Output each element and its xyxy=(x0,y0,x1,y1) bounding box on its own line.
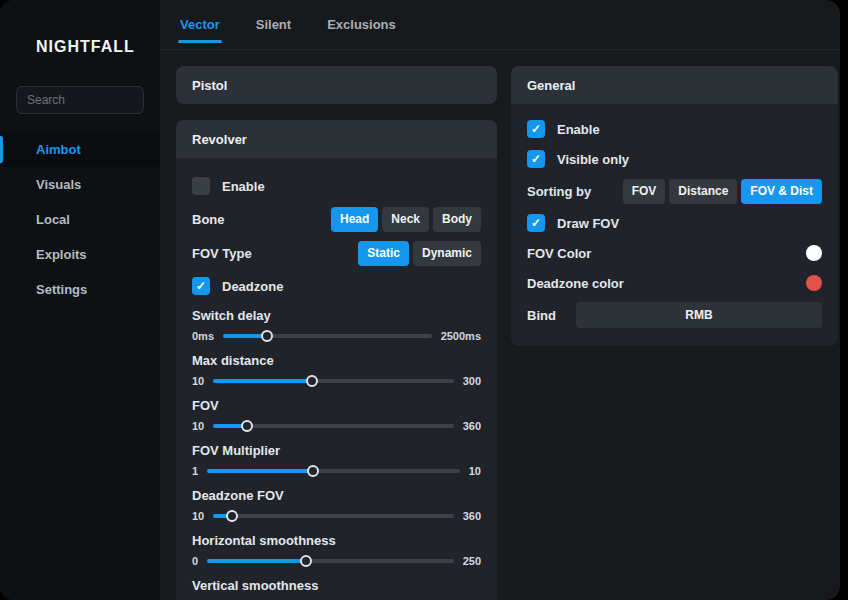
sidebar-item-visuals[interactable]: Visuals xyxy=(0,167,160,202)
slider-max-value: 360 xyxy=(463,420,481,432)
content: Pistol Revolver Enable Bone xyxy=(160,50,840,600)
slider-track[interactable] xyxy=(213,514,453,518)
pistol-panel: Pistol xyxy=(176,66,497,104)
bone-options: Head Neck Body xyxy=(331,207,481,232)
slider-fill xyxy=(207,559,306,563)
bone-option-head[interactable]: Head xyxy=(331,207,378,232)
sidebar-item-settings[interactable]: Settings xyxy=(0,272,160,307)
bone-option-neck[interactable]: Neck xyxy=(382,207,429,232)
slider-fill xyxy=(213,379,312,383)
tab-exclusions[interactable]: Exclusions xyxy=(325,13,398,36)
tab-vector[interactable]: Vector xyxy=(178,13,222,36)
revolver-body: Enable Bone Head Neck Body FOV Type xyxy=(176,158,497,600)
slider-min-value: 10 xyxy=(192,510,204,522)
slider-max-value: 250 xyxy=(463,555,481,567)
slider-min-value: 1 xyxy=(192,465,198,477)
slider-handle[interactable] xyxy=(306,375,318,387)
right-column: General Enable Visible only Sorting by xyxy=(511,66,838,600)
bind-button[interactable]: RMB xyxy=(576,302,822,328)
fov-type-option-dynamic[interactable]: Dynamic xyxy=(413,241,481,266)
enable-checkbox[interactable] xyxy=(192,177,210,195)
slider-track[interactable] xyxy=(213,379,453,383)
tab-bar: Vector Silent Exclusions xyxy=(160,0,840,50)
fov-color-label: FOV Color xyxy=(527,246,591,261)
sorting-options: FOV Distance FOV & Dist xyxy=(623,179,822,204)
slider-deadzone-fov: Deadzone FOV 10 360 xyxy=(192,482,481,527)
slider-min-value: 0 xyxy=(192,555,198,567)
sidebar-item-local[interactable]: Local xyxy=(0,202,160,237)
draw-fov-checkbox[interactable] xyxy=(527,214,545,232)
fov-color-swatch[interactable] xyxy=(806,245,822,261)
sorting-option-fov-dist[interactable]: FOV & Dist xyxy=(741,179,822,204)
pistol-title: Pistol xyxy=(192,78,227,93)
general-enable-label: Enable xyxy=(557,122,600,137)
general-enable-row: Enable xyxy=(527,114,822,144)
slider-row: 0 250 xyxy=(192,549,481,572)
slider-handle[interactable] xyxy=(241,420,253,432)
slider-fill xyxy=(207,469,313,473)
slider-min-value: 10 xyxy=(192,375,204,387)
bind-label: Bind xyxy=(527,308,556,323)
deadzone-color-row: Deadzone color xyxy=(527,268,822,298)
slider-fov: FOV 10 360 xyxy=(192,392,481,437)
bind-row: Bind RMB xyxy=(527,298,822,332)
revolver-title: Revolver xyxy=(192,132,247,147)
slider-label: FOV Multiplier xyxy=(192,443,481,459)
slider-max-value: 300 xyxy=(463,375,481,387)
visible-only-checkbox[interactable] xyxy=(527,150,545,168)
app-title: NIGHTFALL xyxy=(0,0,160,56)
search-input[interactable] xyxy=(16,86,144,114)
bone-label: Bone xyxy=(192,212,225,227)
enable-label: Enable xyxy=(222,179,265,194)
sorting-row: Sorting by FOV Distance FOV & Dist xyxy=(527,174,822,208)
slider-handle[interactable] xyxy=(300,555,312,567)
sidebar: NIGHTFALL Aimbot Visuals Local Exploits … xyxy=(0,0,160,600)
general-enable-checkbox[interactable] xyxy=(527,120,545,138)
enable-row: Enable xyxy=(192,170,481,202)
pistol-header[interactable]: Pistol xyxy=(176,66,497,104)
fov-type-options: Static Dynamic xyxy=(358,241,481,266)
general-body: Enable Visible only Sorting by FOV Dista… xyxy=(511,104,838,346)
slider-vertical-smoothness: Vertical smoothness 0 250 xyxy=(192,572,481,600)
sidebar-item-aimbot[interactable]: Aimbot xyxy=(0,132,160,167)
left-column: Pistol Revolver Enable Bone xyxy=(176,66,497,600)
slider-row: 10 360 xyxy=(192,504,481,527)
deadzone-checkbox[interactable] xyxy=(192,277,210,295)
deadzone-label: Deadzone xyxy=(222,279,283,294)
slider-track[interactable] xyxy=(213,424,453,428)
fov-type-option-static[interactable]: Static xyxy=(358,241,409,266)
slider-handle[interactable] xyxy=(261,330,273,342)
slider-row: 10 360 xyxy=(192,414,481,437)
fov-type-row: FOV Type Static Dynamic xyxy=(192,236,481,270)
deadzone-row: Deadzone xyxy=(192,270,481,302)
general-panel: General Enable Visible only Sorting by xyxy=(511,66,838,346)
fov-color-row: FOV Color xyxy=(527,238,822,268)
slider-label: Deadzone FOV xyxy=(192,488,481,504)
bone-option-body[interactable]: Body xyxy=(433,207,481,232)
slider-track[interactable] xyxy=(207,469,460,473)
sorting-option-fov[interactable]: FOV xyxy=(623,179,666,204)
bone-row: Bone Head Neck Body xyxy=(192,202,481,236)
slider-min-value: 10 xyxy=(192,420,204,432)
slider-max-value: 2500ms xyxy=(441,330,481,342)
slider-label: Vertical smoothness xyxy=(192,578,481,594)
sorting-option-distance[interactable]: Distance xyxy=(669,179,737,204)
general-header[interactable]: General xyxy=(511,66,838,104)
fov-type-label: FOV Type xyxy=(192,246,252,261)
slider-switch-delay: Switch delay 0ms 2500ms xyxy=(192,302,481,347)
main-area: Vector Silent Exclusions Pistol Revolver xyxy=(160,0,840,600)
sidebar-item-exploits[interactable]: Exploits xyxy=(0,237,160,272)
sidebar-nav: Aimbot Visuals Local Exploits Settings xyxy=(0,132,160,307)
draw-fov-label: Draw FOV xyxy=(557,216,619,231)
revolver-panel: Revolver Enable Bone Head Neck xyxy=(176,120,497,600)
tab-silent[interactable]: Silent xyxy=(254,13,293,36)
slider-horizontal-smoothness: Horizontal smoothness 0 250 xyxy=(192,527,481,572)
deadzone-color-swatch[interactable] xyxy=(806,275,822,291)
slider-handle[interactable] xyxy=(226,510,238,522)
slider-track[interactable] xyxy=(223,334,432,338)
slider-track[interactable] xyxy=(207,559,454,563)
revolver-header[interactable]: Revolver xyxy=(176,120,497,158)
slider-row: 1 10 xyxy=(192,459,481,482)
sorting-label: Sorting by xyxy=(527,184,591,199)
slider-handle[interactable] xyxy=(307,465,319,477)
